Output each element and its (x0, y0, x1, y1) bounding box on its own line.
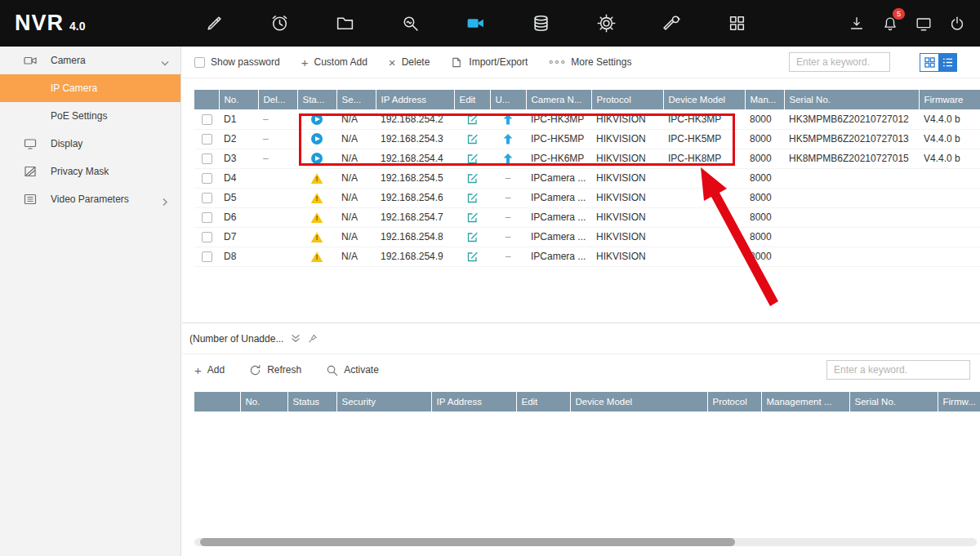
pin-icon[interactable] (308, 334, 318, 343)
column-header[interactable]: Man... (745, 90, 784, 109)
row-checkbox[interactable] (202, 173, 212, 184)
edit-icon[interactable] (467, 172, 478, 184)
column-header[interactable]: Device Model (570, 392, 707, 411)
table-row[interactable]: D2–N/A192.168.254.3IPC-HK5MPHIKVISIONIPC… (194, 129, 980, 149)
column-header[interactable]: Security (336, 392, 431, 411)
upgrade-icon[interactable] (503, 153, 513, 164)
camera-toolbar: Show password + Custom Add × Delete Impo… (182, 47, 980, 78)
edit-icon[interactable] (467, 133, 478, 145)
activate-button[interactable]: Activate (326, 364, 379, 376)
row-checkbox[interactable] (202, 232, 212, 242)
cell-camera: IPCamera ... (526, 188, 591, 207)
unadded-search-input[interactable] (826, 360, 970, 380)
file-management-icon[interactable] (312, 0, 377, 47)
sidebar-item-poe-settings[interactable]: PoE Settings (0, 102, 180, 130)
column-header[interactable] (194, 90, 219, 109)
collapse-double-chevron-icon[interactable] (291, 334, 301, 343)
row-checkbox[interactable] (202, 212, 212, 223)
storage-icon[interactable] (508, 0, 573, 47)
no-upgrade-dash: – (506, 251, 511, 262)
column-header[interactable]: Protocol (707, 392, 761, 411)
scrollbar-thumb[interactable] (200, 538, 735, 546)
row-checkbox[interactable] (202, 251, 212, 262)
column-header[interactable]: Device Model (663, 90, 745, 109)
column-header[interactable]: Serial No. (849, 392, 938, 411)
table-row[interactable]: D8!N/A192.168.254.9–IPCamera ...HIKVISIO… (194, 247, 980, 266)
table-row[interactable]: D3–N/A192.168.254.4IPC-HK6MPHIKVISIONIPC… (194, 149, 980, 168)
table-row[interactable]: D5!N/A192.168.254.6–IPCamera ...HIKVISIO… (194, 188, 980, 207)
refresh-button[interactable]: Refresh (249, 364, 301, 376)
column-header[interactable]: Sta... (297, 90, 336, 109)
horizontal-scrollbar[interactable] (194, 538, 977, 546)
column-header[interactable]: IP Address (431, 392, 516, 411)
row-checkbox[interactable] (202, 134, 212, 145)
alarm-bell-icon[interactable]: 5 (880, 14, 900, 33)
upgrade-icon[interactable] (503, 133, 513, 145)
maintenance-icon[interactable] (639, 0, 704, 47)
row-checkbox[interactable] (202, 114, 212, 125)
column-header[interactable]: Se... (336, 90, 376, 109)
sidebar-item-camera[interactable]: Camera (0, 47, 180, 74)
screen-icon[interactable] (914, 14, 933, 33)
camera-module-icon[interactable] (443, 0, 508, 47)
column-header[interactable]: Management ... (761, 392, 849, 411)
cell-del: – (258, 109, 297, 129)
download-icon[interactable] (847, 14, 866, 33)
column-header[interactable]: U... (490, 90, 526, 109)
table-row[interactable]: D4!N/A192.168.254.5–IPCamera ...HIKVISIO… (194, 168, 980, 188)
column-header[interactable]: Edit (454, 90, 490, 109)
column-header[interactable]: Status (287, 392, 336, 411)
unadded-toolbar: + Add Refresh Activate (182, 354, 980, 385)
more-modules-icon[interactable] (704, 0, 769, 47)
table-row[interactable]: D6!N/A192.168.254.7–IPCamera ...HIKVISIO… (194, 207, 980, 227)
import-export-button[interactable]: Import/Export (451, 56, 528, 69)
sidebar-item-privacy-mask[interactable]: Privacy Mask (0, 158, 180, 185)
sidebar-item-ip-camera[interactable]: IP Camera (0, 74, 180, 102)
cell-camera: IPCamera ... (526, 207, 591, 227)
upgrade-icon[interactable] (503, 113, 513, 125)
column-header[interactable]: Firmware (919, 90, 980, 109)
column-header[interactable]: IP Address (376, 90, 454, 109)
add-button[interactable]: + Add (194, 364, 225, 376)
column-header[interactable]: Camera N... (526, 90, 591, 109)
cell-mgmt: 8000 (745, 188, 784, 207)
search-input[interactable] (789, 52, 890, 72)
column-header[interactable]: No. (219, 90, 258, 109)
sidebar-item-video-parameters[interactable]: Video Parameters (0, 185, 180, 213)
video-parameters-icon (23, 193, 37, 207)
edit-icon[interactable] (467, 113, 478, 125)
edit-icon[interactable] (467, 231, 478, 242)
refresh-icon (249, 364, 261, 376)
show-password-toggle[interactable]: Show password (194, 56, 280, 68)
column-header[interactable]: Serial No. (784, 90, 919, 109)
column-header[interactable]: Del... (258, 90, 297, 109)
cell-ip: 192.168.254.7 (376, 207, 454, 227)
smart-analysis-icon[interactable] (377, 0, 443, 47)
table-row[interactable]: D7!N/A192.168.254.8–IPCamera ...HIKVISIO… (194, 227, 980, 247)
table-row[interactable]: D1–N/A192.168.254.2IPC-HK3MPHIKVISIONIPC… (194, 109, 980, 129)
edit-icon[interactable] (467, 192, 478, 203)
edit-icon[interactable] (467, 251, 478, 262)
grid-view-button[interactable] (920, 53, 938, 72)
cell-mgmt: 8000 (745, 207, 784, 227)
tools-icon[interactable] (181, 0, 247, 47)
playback-icon[interactable] (247, 0, 312, 47)
power-icon[interactable] (947, 14, 967, 33)
show-password-checkbox[interactable] (194, 57, 205, 68)
edit-icon[interactable] (467, 211, 478, 223)
cell-ip: 192.168.254.9 (376, 247, 454, 266)
list-view-button[interactable] (938, 53, 957, 72)
delete-button[interactable]: × Delete (389, 56, 430, 69)
system-config-icon[interactable] (573, 0, 639, 47)
column-header[interactable]: Firmw... (938, 392, 980, 411)
more-settings-button[interactable]: More Settings (549, 56, 631, 68)
row-checkbox[interactable] (202, 153, 212, 164)
edit-icon[interactable] (467, 153, 478, 164)
row-checkbox[interactable] (202, 193, 212, 203)
column-header[interactable] (194, 392, 240, 411)
sidebar-item-display[interactable]: Display (0, 130, 180, 158)
column-header[interactable]: Edit (516, 392, 570, 411)
custom-add-button[interactable]: + Custom Add (301, 56, 368, 69)
column-header[interactable]: No. (240, 392, 287, 411)
column-header[interactable]: Protocol (591, 90, 663, 109)
